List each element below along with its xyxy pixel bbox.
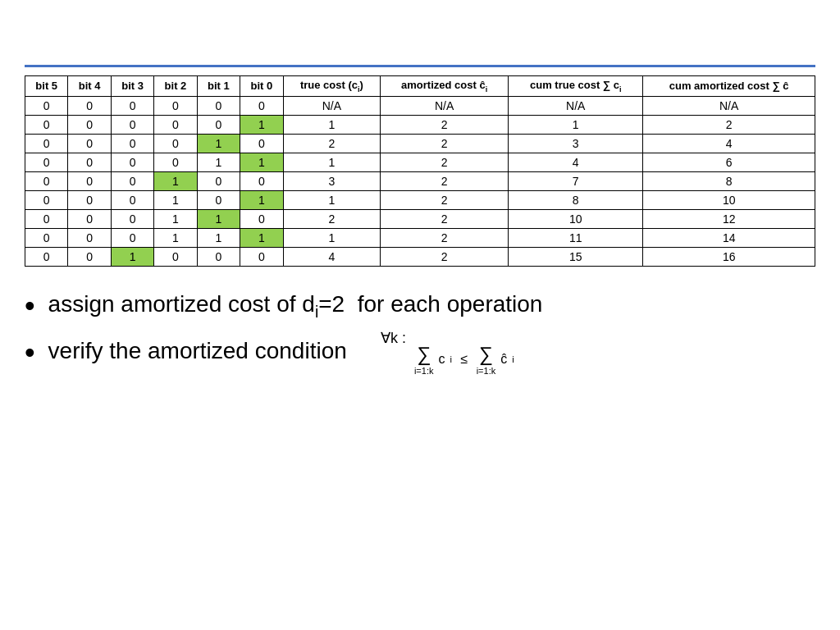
- cell-true-cost-r3: 1: [283, 153, 381, 171]
- cell-bit-r2-c5: 0: [240, 134, 283, 153]
- cell-true-cost-r2: 2: [283, 134, 381, 153]
- cell-cum-amortized-r1: 2: [643, 115, 815, 134]
- cell-bit-r0-c4: 0: [197, 96, 240, 115]
- cell-bit-r3-c3: 0: [154, 153, 197, 171]
- cell-bit-r1-c4: 0: [197, 115, 240, 134]
- cell-bit-r0-c1: 0: [68, 96, 111, 115]
- cell-amortized-cost-r3: 2: [381, 153, 509, 171]
- cell-cum-amortized-r5: 10: [643, 190, 815, 209]
- cell-bit-r8-c0: 0: [25, 247, 68, 266]
- col-header-cum-true-cost: cum true cost ∑ ci: [509, 76, 643, 97]
- cell-bit-r0-c5: 0: [240, 96, 283, 115]
- cell-bit-r5-c3: 1: [154, 190, 197, 209]
- table-row: 000000N/AN/AN/AN/A: [25, 96, 815, 115]
- col-header-bit5: bit 5: [25, 76, 68, 97]
- cell-bit-r7-c3: 1: [154, 228, 197, 247]
- bullet-text-2: verify the amortized condition ∀k : ∑ i=…: [48, 329, 514, 376]
- cell-bit-r6-c5: 0: [240, 209, 283, 228]
- cell-bit-r6-c0: 0: [25, 209, 68, 228]
- col-header-bit4: bit 4: [68, 76, 111, 97]
- cell-true-cost-r5: 1: [283, 190, 381, 209]
- bullet-item-2: • verify the amortized condition ∀k : ∑ …: [25, 329, 815, 376]
- cell-cum-true-r2: 3: [509, 134, 643, 153]
- cell-bit-r2-c0: 0: [25, 134, 68, 153]
- cell-bit-r2-c1: 0: [68, 134, 111, 153]
- formula-block: ∑ i=1:k ci ≤ ∑ i=1:k ĉi: [414, 343, 514, 376]
- cell-bit-r5-c4: 0: [197, 190, 240, 209]
- cell-bit-r0-c2: 0: [111, 96, 153, 115]
- cell-true-cost-r4: 3: [283, 171, 381, 190]
- cell-bit-r7-c4: 1: [197, 228, 240, 247]
- col-header-bit2: bit 2: [154, 76, 197, 97]
- table-row: 0001003278: [25, 171, 815, 190]
- cell-cum-true-r4: 7: [509, 171, 643, 190]
- cell-bit-r3-c2: 0: [111, 153, 153, 171]
- bullet-dot-1: •: [25, 291, 35, 321]
- cell-bit-r6-c2: 0: [111, 209, 153, 228]
- cell-cum-amortized-r8: 16: [643, 247, 815, 266]
- cell-cum-true-r0: N/A: [509, 96, 643, 115]
- cell-bit-r2-c4: 1: [197, 134, 240, 153]
- table-row: 000110221012: [25, 209, 815, 228]
- cell-bit-r0-c3: 0: [154, 96, 197, 115]
- cell-cum-amortized-r3: 6: [643, 153, 815, 171]
- bullet-section: • assign amortized cost of di=2 for each…: [25, 291, 815, 377]
- cell-bit-r3-c4: 1: [197, 153, 240, 171]
- cell-amortized-cost-r1: 2: [381, 115, 509, 134]
- col-header-bit0: bit 0: [240, 76, 283, 97]
- cell-bit-r4-c4: 0: [197, 171, 240, 190]
- cell-bit-r4-c1: 0: [68, 171, 111, 190]
- bullet-text-1: assign amortized cost of di=2 for each o…: [48, 291, 543, 322]
- col-header-amortized-cost: amortized cost ĉi: [381, 76, 509, 97]
- cell-bit-r6-c4: 1: [197, 209, 240, 228]
- cell-bit-r1-c0: 0: [25, 115, 68, 134]
- col-header-bit1: bit 1: [197, 76, 240, 97]
- cell-amortized-cost-r8: 2: [381, 247, 509, 266]
- cell-true-cost-r6: 2: [283, 209, 381, 228]
- cell-bit-r4-c3: 1: [154, 171, 197, 190]
- cell-cum-true-r7: 11: [509, 228, 643, 247]
- cell-bit-r5-c5: 1: [240, 190, 283, 209]
- sum-chat: ∑ i=1:k: [477, 343, 496, 376]
- cell-cum-amortized-r2: 4: [643, 134, 815, 153]
- cell-true-cost-r1: 1: [283, 115, 381, 134]
- cell-cum-true-r8: 15: [509, 247, 643, 266]
- cell-true-cost-r8: 4: [283, 247, 381, 266]
- cell-bit-r5-c2: 0: [111, 190, 153, 209]
- table-header-row: bit 5 bit 4 bit 3 bit 2 bit 1 bit 0 true…: [25, 76, 815, 97]
- cell-bit-r3-c5: 1: [240, 153, 283, 171]
- cell-bit-r5-c1: 0: [68, 190, 111, 209]
- page-title: [25, 16, 815, 67]
- cell-bit-r1-c2: 0: [111, 115, 153, 134]
- math-formula: ∀k : ∑ i=1:k ci ≤ ∑ i=1:k ĉi: [381, 329, 514, 376]
- cell-bit-r8-c2: 1: [111, 247, 153, 266]
- table-row: 001000421516: [25, 247, 815, 266]
- accounting-table: bit 5 bit 4 bit 3 bit 2 bit 1 bit 0 true…: [25, 75, 815, 267]
- col-header-true-cost: true cost (ci): [283, 76, 381, 97]
- cell-bit-r5-c0: 0: [25, 190, 68, 209]
- cell-bit-r3-c0: 0: [25, 153, 68, 171]
- cell-amortized-cost-r2: 2: [381, 134, 509, 153]
- cell-bit-r6-c1: 0: [68, 209, 111, 228]
- cell-cum-true-r5: 8: [509, 190, 643, 209]
- table-row: 0000011212: [25, 115, 815, 134]
- cell-bit-r8-c5: 0: [240, 247, 283, 266]
- cell-bit-r7-c2: 0: [111, 228, 153, 247]
- cell-bit-r7-c0: 0: [25, 228, 68, 247]
- cell-bit-r4-c2: 0: [111, 171, 153, 190]
- col-header-cum-amortized-cost: cum amortized cost ∑ ĉ: [643, 76, 815, 97]
- cell-amortized-cost-r5: 2: [381, 190, 509, 209]
- bullet-dot-2: •: [25, 338, 35, 368]
- cell-bit-r1-c1: 0: [68, 115, 111, 134]
- main-table-container: bit 5 bit 4 bit 3 bit 2 bit 1 bit 0 true…: [25, 75, 815, 267]
- cell-bit-r3-c1: 0: [68, 153, 111, 171]
- table-row: 0000111246: [25, 153, 815, 171]
- table-row: 000111121114: [25, 228, 815, 247]
- cell-amortized-cost-r7: 2: [381, 228, 509, 247]
- cell-bit-r7-c5: 1: [240, 228, 283, 247]
- cell-cum-amortized-r0: N/A: [643, 96, 815, 115]
- cell-bit-r1-c5: 1: [240, 115, 283, 134]
- cell-bit-r8-c4: 0: [197, 247, 240, 266]
- table-body: 000000N/AN/AN/AN/A0000011212000010223400…: [25, 96, 815, 266]
- cell-bit-r1-c3: 0: [154, 115, 197, 134]
